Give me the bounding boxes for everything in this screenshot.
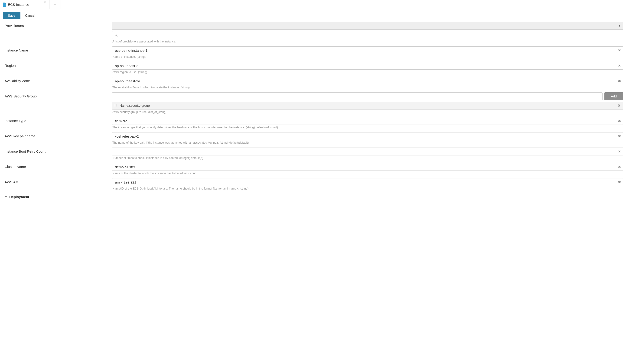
section-deployment-toggle[interactable]: ﹀ Deployment	[3, 194, 623, 200]
region-input[interactable]	[112, 62, 623, 69]
label-provisioners: Provisioners	[3, 22, 112, 28]
az-input[interactable]	[112, 77, 623, 85]
plus-icon: +	[54, 2, 56, 7]
help-ami: Name/ID of the ECS-Optimized AMI to use.…	[112, 187, 623, 190]
svg-point-7	[117, 105, 117, 106]
clear-icon[interactable]: ✖	[618, 119, 621, 123]
help-security-group: AWS security group to use. (list_of_stri…	[112, 110, 623, 114]
cluster-name-input[interactable]	[112, 163, 623, 171]
add-tab-button[interactable]: +	[49, 0, 61, 9]
row-region: Region ✖ AWS region to use. (string)	[3, 62, 623, 74]
instance-form: Provisioners ▼ A list of provisioners as…	[0, 22, 626, 203]
provisioners-search[interactable]	[112, 31, 623, 39]
svg-point-10	[117, 106, 117, 107]
file-icon	[3, 2, 6, 7]
save-button[interactable]: Save	[3, 12, 20, 19]
security-group-item[interactable]: Name:security-group ✖	[112, 102, 623, 109]
clear-icon[interactable]: ✖	[618, 150, 621, 153]
close-icon[interactable]: ✕	[43, 0, 46, 4]
help-instance-name: Name of instance. (string)	[112, 55, 623, 59]
ami-input[interactable]	[112, 178, 623, 186]
security-group-add-button[interactable]: Add	[604, 92, 623, 100]
row-key-pair: AWS key pair name ✖ The name of the key …	[3, 132, 623, 144]
clear-icon[interactable]: ✖	[618, 48, 621, 52]
chevron-down-icon: ﹀	[5, 195, 7, 199]
security-group-item-label: Name:security-group	[119, 104, 150, 107]
row-ami: AWS AMI ✖ Name/ID of the ECS-Optimized A…	[3, 178, 623, 190]
help-key-pair: The name of the key pair, if the instanc…	[112, 141, 623, 144]
retry-count-input[interactable]	[112, 148, 623, 155]
svg-point-0	[115, 34, 117, 36]
clear-icon[interactable]: ✖	[618, 64, 621, 67]
clear-icon[interactable]: ✖	[618, 134, 621, 138]
help-provisioners: A list of provisioners associated with t…	[112, 40, 623, 43]
row-cluster-name: Cluster Name ✖ Name of the cluster to wh…	[3, 163, 623, 175]
label-security-group: AWS Security Group	[3, 92, 112, 98]
search-icon	[115, 33, 118, 37]
instance-name-input[interactable]	[112, 46, 623, 54]
svg-point-2	[115, 104, 115, 105]
svg-point-4	[117, 104, 117, 105]
label-az: Availability Zone	[3, 77, 112, 83]
row-retry-count: Instance Boot Retry Count ✖ Number of ti…	[3, 148, 623, 160]
label-ami: AWS AMI	[3, 178, 112, 184]
svg-point-8	[115, 106, 115, 107]
svg-point-9	[116, 106, 116, 107]
clear-icon[interactable]: ✖	[618, 165, 621, 169]
label-cluster-name: Cluster Name	[3, 163, 112, 169]
section-deployment-label: Deployment	[9, 195, 29, 199]
editor-toolbar: Save Cancel	[0, 9, 626, 22]
remove-icon[interactable]: ✖	[618, 104, 621, 107]
svg-point-5	[115, 105, 115, 106]
tab-strip: ECS-instance ✕ +	[0, 0, 626, 9]
row-az: Availability Zone ✖ The Availability Zon…	[3, 77, 623, 89]
cancel-link[interactable]: Cancel	[25, 14, 35, 17]
label-key-pair: AWS key pair name	[3, 132, 112, 138]
key-pair-input[interactable]	[112, 132, 623, 140]
provisioners-select[interactable]: ▼	[112, 22, 623, 30]
drag-handle-icon[interactable]	[115, 104, 117, 107]
row-instance-name: Instance Name ✖ Name of instance. (strin…	[3, 46, 623, 59]
help-cluster-name: Name of the cluster to which this instan…	[112, 172, 623, 175]
tab-title: ECS-instance	[8, 2, 29, 6]
security-group-input[interactable]	[112, 92, 603, 100]
caret-down-icon: ▼	[618, 25, 621, 27]
help-az: The Availability Zone in which to create…	[112, 86, 623, 89]
help-instance-type: The instance type that you specify deter…	[112, 126, 623, 129]
tab-ecs-instance[interactable]: ECS-instance ✕	[1, 0, 47, 9]
help-region: AWS region to use. (string)	[112, 70, 623, 74]
label-instance-type: Instance Type	[3, 117, 112, 123]
instance-type-input[interactable]	[112, 117, 623, 125]
row-instance-type: Instance Type ✖ The instance type that y…	[3, 117, 623, 129]
clear-icon[interactable]: ✖	[618, 180, 621, 184]
label-retry-count: Instance Boot Retry Count	[3, 148, 112, 153]
svg-line-1	[117, 36, 118, 37]
row-security-group: AWS Security Group Add Name:security-gro…	[3, 92, 623, 114]
svg-point-6	[116, 105, 116, 106]
clear-icon[interactable]: ✖	[618, 79, 621, 83]
row-provisioners: Provisioners ▼ A list of provisioners as…	[3, 22, 623, 43]
label-region: Region	[3, 62, 112, 67]
label-instance-name: Instance Name	[3, 46, 112, 52]
help-retry-count: Number of times to check if instance is …	[112, 156, 623, 160]
svg-point-3	[116, 104, 116, 105]
